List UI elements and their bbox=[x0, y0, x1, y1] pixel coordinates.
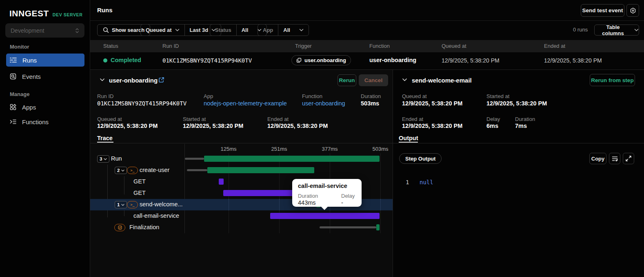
function-link[interactable]: user-onboarding bbox=[302, 100, 345, 107]
rerun-from-step-button[interactable]: Rerun from step bbox=[590, 74, 635, 86]
runs-icon bbox=[10, 57, 17, 63]
gridline-dotted bbox=[380, 199, 381, 210]
terminal-step-icon: >_ bbox=[127, 167, 138, 174]
gridline-dotted bbox=[229, 199, 229, 210]
run-queued-at: 12/9/2025, 5:38:20 PM bbox=[442, 57, 500, 64]
chevron-down-icon bbox=[634, 29, 639, 31]
rerun-button[interactable]: Rerun bbox=[338, 74, 356, 86]
trace-row-call-email-service[interactable]: call-email-service bbox=[90, 210, 393, 222]
show-search-label: Show search bbox=[112, 27, 144, 33]
collapse-run-chevron-icon[interactable] bbox=[100, 78, 105, 82]
queued-at-dropdown[interactable]: Queued at bbox=[141, 25, 184, 36]
step-started-label: Started at bbox=[486, 93, 509, 99]
trace-span-bar[interactable] bbox=[223, 190, 294, 196]
run-table-row[interactable]: Completed 01KC1ZMSBNY9ZQT415RP94K0TV use… bbox=[90, 52, 644, 69]
environment-select[interactable]: Development bbox=[5, 23, 84, 38]
apps-icon bbox=[10, 104, 16, 110]
sidebar-item-functions[interactable]: Functions bbox=[6, 115, 84, 128]
word-wrap-button[interactable] bbox=[609, 153, 620, 164]
sidebar-section-manage: Manage bbox=[10, 91, 29, 97]
run-detail-title: user-onboarding bbox=[109, 77, 158, 84]
sidebar: INNGEST DEV SERVER Development Monitor R… bbox=[0, 0, 90, 277]
sidebar-item-runs[interactable]: Runs bbox=[6, 54, 84, 67]
sidebar-item-label: Runs bbox=[22, 57, 37, 64]
time-filter-group: Queued at Last 3d bbox=[140, 24, 221, 36]
expand-button[interactable] bbox=[623, 153, 634, 164]
axis-tick-label: 125ms bbox=[220, 146, 236, 152]
collapse-toggle[interactable]: 2 bbox=[115, 167, 127, 174]
step-ended-value: 12/9/2025, 5:38:20 PM bbox=[402, 123, 462, 129]
logo: INNGEST DEV SERVER bbox=[9, 9, 82, 18]
trace-row-finalization[interactable]: Finalization bbox=[90, 222, 393, 233]
sidebar-section-monitor: Monitor bbox=[10, 44, 29, 50]
page-title: Runs bbox=[97, 7, 113, 13]
terminal-step-icon: >_ bbox=[127, 201, 138, 208]
runs-table-header: Status Run ID Trigger Function Queued at… bbox=[90, 40, 644, 52]
tab-trace[interactable]: Trace bbox=[97, 135, 113, 141]
run-function-name: user-onboarding bbox=[369, 57, 416, 63]
queue-delay-line[interactable] bbox=[187, 169, 207, 171]
settings-button[interactable] bbox=[626, 4, 639, 17]
tooltip-delay-value: - bbox=[341, 199, 343, 206]
trace-span-label: GET bbox=[133, 178, 146, 185]
code-line-number: 1 bbox=[406, 179, 409, 185]
tab-output[interactable]: Output bbox=[399, 135, 418, 141]
step-duration-value: 7ms bbox=[515, 123, 527, 129]
trace-span-label: send-welcome... bbox=[140, 201, 183, 208]
functions-icon bbox=[10, 119, 16, 125]
updown-chevron-icon bbox=[75, 28, 79, 34]
app-root: INNGEST DEV SERVER Development Monitor R… bbox=[0, 0, 644, 277]
app-filter-label: App bbox=[258, 25, 278, 36]
ended-at-value: 12/9/2025, 5:38:20 PM bbox=[267, 123, 328, 129]
tab-output-underline bbox=[399, 142, 418, 143]
column-header-function: Function bbox=[369, 43, 390, 49]
sidebar-item-events[interactable]: Events bbox=[6, 70, 84, 83]
app-link[interactable]: nodejs-open-telemetry-example bbox=[204, 100, 287, 107]
step-detail-title: send-welcome-email bbox=[412, 77, 472, 84]
app-filter-dropdown[interactable]: All bbox=[278, 25, 309, 36]
trigger-badge[interactable]: user.onboarding bbox=[291, 55, 351, 65]
sidebar-item-label: Events bbox=[22, 73, 41, 80]
tooltip-delay-label: Delay bbox=[341, 193, 355, 199]
trace-span-label: Run bbox=[111, 155, 122, 162]
queue-delay-line[interactable] bbox=[185, 158, 204, 160]
step-queued-label: Queued at bbox=[402, 93, 427, 99]
queued-at-value: 12/9/2025, 5:38:20 PM bbox=[97, 123, 158, 129]
trace-span-bar[interactable] bbox=[204, 156, 380, 162]
status-completed-dot bbox=[103, 58, 107, 63]
trace-span-bar[interactable] bbox=[207, 167, 314, 173]
chevron-down-icon bbox=[175, 29, 180, 31]
sidebar-item-apps[interactable]: Apps bbox=[6, 101, 84, 114]
trace-row-create-user[interactable]: 2>_create-user bbox=[90, 165, 393, 176]
step-started-value: 12/9/2025, 5:38:20 PM bbox=[486, 100, 547, 107]
table-columns-button[interactable]: Table columns bbox=[594, 25, 639, 36]
app-filter-value: All bbox=[283, 27, 290, 33]
tooltip-duration-value: 443ms bbox=[298, 199, 316, 206]
trace-span-bar[interactable] bbox=[219, 179, 224, 185]
trace-span-bar[interactable] bbox=[270, 213, 380, 219]
column-header-run-id: Run ID bbox=[162, 43, 179, 49]
search-icon bbox=[103, 27, 109, 33]
divider bbox=[393, 143, 644, 143]
collapse-toggle[interactable]: 3 bbox=[97, 155, 109, 163]
trace-row-run[interactable]: 3Run bbox=[90, 153, 393, 165]
logo-badge: DEV SERVER bbox=[53, 12, 83, 17]
cancel-button[interactable]: Cancel bbox=[359, 74, 388, 86]
collapse-toggle[interactable]: 1 bbox=[115, 201, 127, 208]
expand-icon bbox=[626, 156, 631, 161]
axis-tick-label: 251ms bbox=[271, 146, 287, 152]
time-range-label: Last 3d bbox=[190, 27, 209, 33]
divider bbox=[393, 69, 393, 277]
run-ended-at: 12/9/2025, 5:38:20 PM bbox=[544, 57, 602, 64]
copy-button[interactable]: Copy bbox=[589, 153, 606, 164]
run-status: Completed bbox=[111, 57, 141, 63]
step-delay-label: Delay bbox=[486, 116, 500, 122]
collapse-step-chevron-icon[interactable] bbox=[402, 78, 407, 82]
send-test-event-button[interactable]: Send test event bbox=[581, 4, 624, 17]
trace-span-label: create-user bbox=[140, 167, 169, 173]
logo-text: INNGEST bbox=[9, 9, 49, 18]
queued-at-label: Queued at bbox=[97, 116, 122, 122]
trace-span-bar[interactable] bbox=[376, 224, 380, 230]
open-run-external-link-icon[interactable] bbox=[158, 77, 164, 83]
queue-delay-line[interactable] bbox=[320, 226, 376, 228]
